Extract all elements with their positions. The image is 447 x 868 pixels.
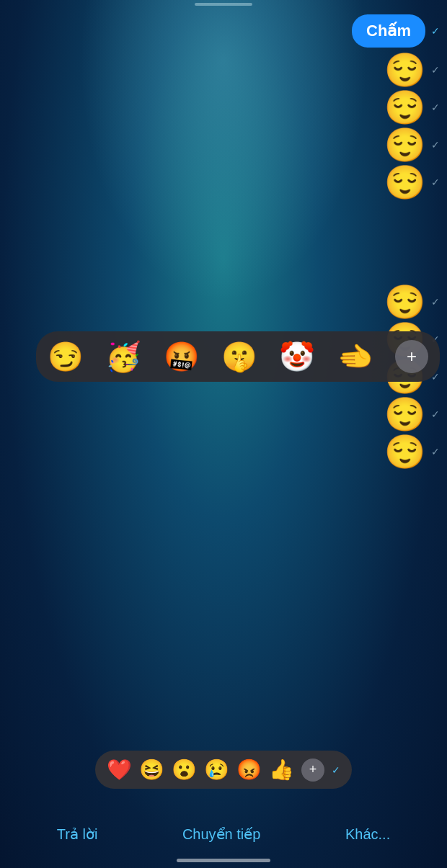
message-check: ✓ <box>431 139 440 151</box>
message-row: 😌 ✓ <box>384 166 440 199</box>
picker-emoji-shush[interactable]: 🤫 <box>221 342 257 371</box>
message-row: 😌 ✓ <box>384 91 440 124</box>
reaction-heart[interactable]: ❤️ <box>107 758 132 782</box>
messages-container: Chấm ✓ 😌 ✓ 😌 ✓ 😌 ✓ 😌 ✓ 😌 ✓ 😌 ✓ 😌 ✓ 😌 ✓ 😌… <box>303 0 447 473</box>
message-bubble-emoji: 😌 <box>384 128 425 161</box>
home-indicator <box>177 859 270 862</box>
reply-button[interactable]: Trả lời <box>57 826 98 843</box>
reaction-laugh[interactable]: 😆 <box>139 758 164 782</box>
message-check: ✓ <box>431 408 440 420</box>
picker-emoji-angry[interactable]: 🤬 <box>164 342 200 371</box>
message-bubble-emoji: 😌 <box>384 398 425 431</box>
message-row: 😌 ✓ <box>384 435 440 468</box>
message-check: ✓ <box>431 25 440 37</box>
picker-emoji-clown[interactable]: 🤡 <box>279 342 315 371</box>
reaction-thumbsup[interactable]: 👍 <box>269 758 294 782</box>
message-check: ✓ <box>431 446 440 457</box>
message-check: ✓ <box>431 176 440 188</box>
reaction-check: ✓ <box>332 764 340 776</box>
more-button[interactable]: Khác... <box>345 826 390 843</box>
bottom-action-bar: Trả lời Chuyển tiếp Khác... <box>0 826 447 843</box>
scroll-top-bar <box>195 3 252 6</box>
message-bubble-emoji: 😌 <box>384 53 425 86</box>
reaction-wow[interactable]: 😮 <box>172 758 197 782</box>
message-row: 😌 ✓ <box>384 398 440 431</box>
message-check: ✓ <box>431 64 440 76</box>
message-bubble-emoji: 😌 <box>384 285 425 318</box>
message-bubble-emoji: 😌 <box>384 166 425 199</box>
forward-button[interactable]: Chuyển tiếp <box>182 826 261 843</box>
reaction-angry[interactable]: 😡 <box>236 758 262 782</box>
picker-emoji-fist[interactable]: 🫲 <box>337 342 373 371</box>
reaction-plus-button[interactable]: + <box>301 759 324 782</box>
message-row: 😌 ✓ <box>384 53 440 86</box>
message-check: ✓ <box>431 102 440 113</box>
picker-emoji-smirk[interactable]: 😏 <box>48 342 84 371</box>
message-row: 😌 ✓ <box>384 128 440 161</box>
message-bubble-emoji: 😌 <box>384 91 425 124</box>
message-row: 😌 ✓ <box>384 285 440 318</box>
reaction-cry[interactable]: 😢 <box>204 758 229 782</box>
message-bubble-text: Chấm <box>352 14 425 48</box>
message-check: ✓ <box>431 296 440 308</box>
emoji-picker-bar: 😏 🥳 🤬 🤫 🤡 🫲 + <box>36 331 440 382</box>
picker-emoji-party[interactable]: 🥳 <box>105 342 141 371</box>
message-bubble-emoji: 😌 <box>384 435 425 468</box>
message-row: Chấm ✓ <box>352 14 440 48</box>
picker-plus-button[interactable]: + <box>395 340 428 373</box>
reaction-bar: ❤️ 😆 😮 😢 😡 👍 + ✓ <box>95 751 352 789</box>
